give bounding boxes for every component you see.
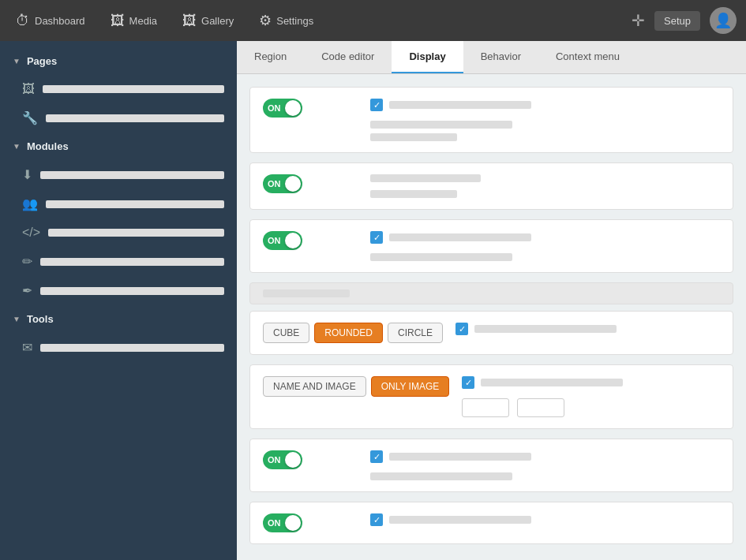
panel-content: ON ✓ — [237, 74, 746, 560]
nav-dashboard[interactable]: ⏱ Dashboard — [9, 9, 92, 32]
sidebar-section-tools[interactable]: ▼ Tools — [0, 305, 237, 333]
toggle-5-knob — [285, 515, 301, 531]
user-avatar[interactable]: 👤 — [710, 7, 737, 34]
nav-gallery-label: Gallery — [201, 15, 234, 27]
sidebar-item-downloads-label — [40, 171, 224, 179]
setup-button[interactable]: Setup — [654, 11, 700, 31]
toggle-3-container: ON — [263, 231, 358, 250]
sidebar-item-design[interactable]: ✒ — [0, 276, 237, 305]
sidebar: ▼ Pages 🖼 🔧 ▼ Modules ⬇ 👥 </> — [0, 41, 237, 560]
setting-left-2: ON — [263, 174, 358, 193]
tab-code-editor[interactable]: Code editor — [304, 41, 392, 73]
checkbox-1[interactable]: ✓ — [370, 99, 383, 111]
checkbox-shape[interactable]: ✓ — [455, 323, 468, 335]
nav-media[interactable]: 🖼 Media — [104, 9, 163, 32]
cb-text-5 — [389, 516, 531, 524]
sidebar-item-brush-label — [40, 258, 224, 266]
shape-btn-circle[interactable]: CIRCLE — [388, 323, 443, 343]
checkbox-4[interactable]: ✓ — [370, 450, 383, 463]
setting-left-1: ON — [263, 99, 358, 118]
mail-icon: ✉ — [22, 340, 32, 355]
image-input-2[interactable] — [517, 398, 564, 417]
shape-btn-rounded[interactable]: ROUNDED — [314, 323, 383, 343]
sidebar-item-brush[interactable]: ✏ — [0, 247, 237, 276]
setting-row-1: ON ✓ — [249, 87, 733, 153]
sidebar-item-code[interactable]: </> — [0, 218, 237, 247]
nav-gallery[interactable]: 🖼 Gallery — [176, 9, 240, 32]
brush-icon: ✏ — [22, 254, 32, 269]
section-divider-1 — [249, 282, 733, 304]
chevron-icon-3: ▼ — [13, 315, 21, 323]
shape-btn-cube[interactable]: CUBE — [263, 323, 309, 343]
setting-right-5: ✓ — [370, 513, 720, 526]
checkbox-image-mode[interactable]: ✓ — [462, 376, 474, 389]
sidebar-section-tools-label: Tools — [27, 313, 54, 325]
setting-right-2 — [370, 174, 720, 198]
sidebar-item-mail[interactable]: ✉ — [0, 333, 237, 362]
setting-left-4: ON — [263, 450, 358, 469]
tab-display[interactable]: Display — [392, 41, 463, 73]
setting-desc-2a — [370, 174, 481, 182]
gallery-icon: 🖼 — [182, 13, 197, 29]
navbar: ⏱ Dashboard 🖼 Media 🖼 Gallery ⚙ Settings… — [0, 0, 746, 41]
tools-icon: 🔧 — [22, 110, 38, 125]
download-icon: ⬇ — [22, 167, 32, 182]
toggle-1-label: ON — [263, 103, 281, 113]
toggle-4[interactable]: ON — [263, 450, 302, 469]
nav-dashboard-label: Dashboard — [35, 15, 85, 27]
design-icon: ✒ — [22, 283, 32, 298]
toggle-5[interactable]: ON — [263, 513, 302, 532]
tab-behavior[interactable]: Behavior — [463, 41, 538, 73]
toggle-2[interactable]: ON — [263, 174, 302, 193]
sidebar-item-tools-label — [46, 114, 224, 122]
checkbox-3[interactable]: ✓ — [370, 231, 383, 244]
cb-row-shape: ✓ — [455, 323, 720, 335]
sidebar-item-design-label — [40, 287, 224, 295]
nav-settings[interactable]: ⚙ Settings — [253, 9, 320, 32]
tabs-bar: Region Code editor Display Behavior Cont… — [237, 41, 746, 74]
cb-row-4: ✓ — [370, 450, 720, 463]
image-input-1[interactable] — [462, 398, 509, 417]
sidebar-item-images[interactable]: 🖼 — [0, 75, 237, 103]
setting-row-2: ON — [249, 162, 733, 210]
nav-media-label: Media — [129, 15, 157, 27]
toggle-2-label: ON — [263, 179, 281, 189]
media-icon: 🖼 — [111, 13, 125, 29]
sidebar-item-tools[interactable]: 🔧 — [0, 103, 237, 133]
sidebar-item-code-label — [48, 229, 224, 237]
tab-context-menu[interactable]: Context menu — [538, 41, 637, 73]
setting-desc-1 — [370, 121, 512, 129]
main-layout: ▼ Pages 🖼 🔧 ▼ Modules ⬇ 👥 </> — [0, 41, 746, 560]
sidebar-section-modules-label: Modules — [27, 140, 69, 152]
cb-text-1 — [389, 101, 531, 109]
checkbox-5[interactable]: ✓ — [370, 513, 383, 526]
users-icon: 👥 — [22, 196, 38, 211]
setting-right-4: ✓ — [370, 450, 720, 480]
toggle-3[interactable]: ON — [263, 231, 302, 250]
tab-region[interactable]: Region — [237, 41, 304, 73]
setting-row-5: ON ✓ — [249, 502, 733, 544]
cb-text-image-mode — [481, 379, 623, 386]
sidebar-item-downloads[interactable]: ⬇ — [0, 160, 237, 189]
image-btn-name-and-image[interactable]: NAME AND IMAGE — [263, 376, 366, 397]
sidebar-section-pages[interactable]: ▼ Pages — [0, 47, 237, 75]
sidebar-section-modules[interactable]: ▼ Modules — [0, 133, 237, 160]
toggle-4-label: ON — [263, 455, 281, 465]
sidebar-item-users-label — [46, 200, 224, 208]
navbar-right: ✛ Setup 👤 — [632, 7, 737, 34]
cb-row-1: ✓ — [370, 99, 720, 111]
sidebar-section-pages-label: Pages — [27, 55, 57, 67]
cb-text-4 — [389, 453, 531, 461]
image-btn-only-image[interactable]: ONLY IMAGE — [371, 376, 450, 397]
sidebar-item-mail-label — [40, 344, 224, 352]
cb-text-3 — [389, 233, 531, 241]
sidebar-item-users[interactable]: 👥 — [0, 189, 237, 218]
toggle-3-label: ON — [263, 236, 281, 245]
dashboard-icon: ⏱ — [16, 13, 30, 29]
crosshair-icon[interactable]: ✛ — [632, 11, 645, 30]
code-icon: </> — [22, 226, 40, 240]
setting-row-4: ON ✓ — [249, 439, 733, 492]
toggle-4-knob — [285, 452, 301, 468]
toggle-1[interactable]: ON — [263, 99, 302, 118]
toggle-1-container: ON — [263, 99, 358, 118]
